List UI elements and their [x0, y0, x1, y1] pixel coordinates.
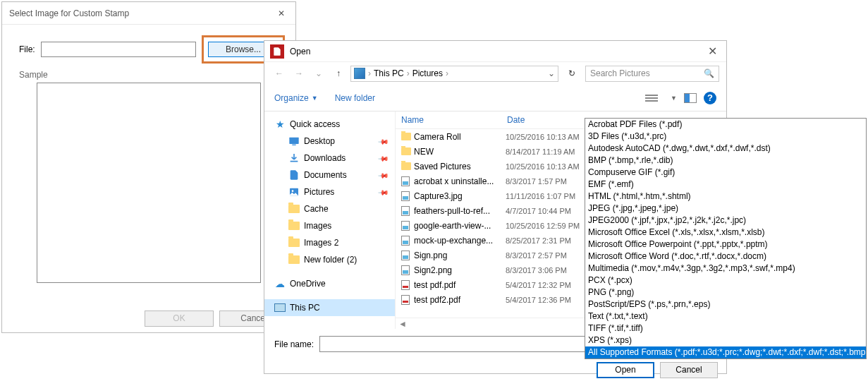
- filter-option[interactable]: PCX (*.pcx): [585, 275, 866, 287]
- sidebar-item[interactable]: Images: [264, 217, 395, 234]
- sidebar-label: This PC: [290, 303, 320, 313]
- cancel-button[interactable]: Cancel: [660, 362, 718, 378]
- sidebar-label: Images 2: [304, 238, 338, 248]
- sidebar-item[interactable]: Pictures📌: [264, 183, 395, 200]
- sidebar-item[interactable]: Documents📌: [264, 167, 395, 183]
- file-name: NEW: [414, 147, 506, 157]
- file-type-icon: [401, 280, 414, 290]
- sidebar-label: Cache: [304, 204, 329, 214]
- file-name: Camera Roll: [414, 132, 506, 142]
- file-name: Sign2.png: [414, 265, 506, 275]
- file-type-icon: [401, 191, 414, 201]
- sidebar-label: Images: [304, 221, 331, 231]
- chevron-right-icon: ›: [407, 68, 410, 78]
- file-date: 10/25/2016 12:59 PM: [506, 222, 580, 230]
- filter-option[interactable]: 3D Files (*.u3d,*.prc): [585, 131, 866, 143]
- chevron-down-icon[interactable]: ▼: [671, 95, 677, 102]
- file-name: Saved Pictures: [414, 162, 506, 171]
- sidebar-item[interactable]: This PC: [264, 299, 395, 316]
- filter-option[interactable]: HTML (*.html,*.htm,*.shtml): [585, 191, 866, 203]
- sidebar-item[interactable]: ★Quick access: [264, 116, 395, 133]
- chevron-right-icon: ›: [368, 68, 371, 78]
- recent-chevron-icon[interactable]: ⌄: [311, 66, 326, 81]
- file-date: 8/3/2017 2:57 PM: [506, 251, 567, 260]
- filter-option[interactable]: JPEG (*.jpg,*.jpeg,*.jpe): [585, 203, 866, 215]
- filter-option[interactable]: PNG (*.png): [585, 287, 866, 298]
- filter-option[interactable]: Microsoft Office Word (*.doc,*.rtf,*.doc…: [585, 251, 866, 263]
- dialog-title: Select Image for Custom Stamp: [9, 8, 274, 18]
- pin-icon: 📌: [378, 169, 389, 181]
- file-date: 8/3/2017 3:06 PM: [506, 266, 567, 275]
- preview-pane-icon[interactable]: [684, 93, 697, 103]
- filename-input[interactable]: [319, 336, 609, 352]
- new-folder-button[interactable]: New folder: [335, 93, 375, 103]
- sidebar-label: Documents: [304, 170, 347, 180]
- file-date: 10/25/2016 10:13 AM: [506, 162, 580, 171]
- sidebar-item[interactable]: Images 2: [264, 234, 395, 251]
- file-type-icon: [401, 265, 414, 275]
- ok-button[interactable]: OK: [145, 310, 214, 327]
- filter-option[interactable]: Multimedia (*.mov,*.m4v,*.3gp,*.3g2,*.mp…: [585, 263, 866, 275]
- open-titlebar: Open ✕: [264, 41, 726, 62]
- sidebar-label: Quick access: [290, 119, 340, 129]
- filter-option[interactable]: Microsoft Office Powerpoint (*.ppt,*.ppt…: [585, 239, 866, 251]
- view-mode-icon[interactable]: [645, 92, 664, 104]
- search-icon: 🔍: [704, 68, 714, 78]
- file-name: test pdf.pdf: [414, 280, 506, 290]
- breadcrumb-root[interactable]: This PC: [374, 68, 404, 78]
- toolbar: Organize ▼ New folder ▼ ?: [264, 85, 726, 111]
- filter-option[interactable]: TIFF (*.tif,*.tiff): [585, 322, 866, 334]
- close-icon[interactable]: ✕: [698, 44, 726, 58]
- filter-option[interactable]: All Supported Formats (*.pdf;*.u3d;*.prc…: [585, 346, 866, 358]
- filter-option[interactable]: JPEG2000 (*.jpf,*.jpx,*.jp2,*.j2k,*.j2c,…: [585, 215, 866, 227]
- sidebar-item[interactable]: Desktop📌: [264, 133, 395, 150]
- acrobat-icon: [270, 44, 284, 59]
- open-title: Open: [290, 47, 698, 56]
- filter-option[interactable]: Autodesk AutoCAD (*.dwg,*.dwt,*.dxf,*.dw…: [585, 143, 866, 155]
- open-button[interactable]: Open: [597, 362, 654, 378]
- file-name: google-earth-view-...: [414, 221, 506, 231]
- filter-option[interactable]: Text (*.txt,*.text): [585, 310, 866, 322]
- file-date: 5/4/2017 12:36 PM: [506, 296, 571, 304]
- help-icon[interactable]: ?: [704, 92, 716, 104]
- sidebar-item[interactable]: Downloads📌: [264, 150, 395, 167]
- col-date[interactable]: Date: [507, 115, 525, 125]
- file-path-input[interactable]: [41, 42, 196, 57]
- organize-menu[interactable]: Organize ▼: [274, 93, 318, 103]
- file-date: 5/4/2017 12:32 PM: [506, 281, 571, 289]
- filter-option[interactable]: XPS (*.xps): [585, 334, 866, 346]
- pin-icon: 📌: [378, 186, 389, 198]
- chevron-down-icon[interactable]: ⌄: [548, 68, 555, 78]
- back-icon[interactable]: ←: [271, 66, 287, 81]
- sidebar-item[interactable]: ☁OneDrive: [264, 275, 395, 292]
- file-name: Sign.png: [414, 251, 506, 260]
- file-type-icon: [401, 176, 414, 186]
- sample-preview: [37, 83, 261, 283]
- breadcrumb[interactable]: › This PC › Pictures › ⌄: [350, 66, 558, 82]
- filter-option[interactable]: EMF (*.emf): [585, 179, 866, 191]
- svg-point-3: [292, 190, 294, 192]
- breadcrumb-folder[interactable]: Pictures: [412, 68, 443, 78]
- file-date: 10/25/2016 10:13 AM: [506, 133, 580, 141]
- filter-option[interactable]: BMP (*.bmp,*.rle,*.dib): [585, 155, 866, 167]
- filter-option[interactable]: Microsoft Office Excel (*.xls,*.xlsx,*.x…: [585, 227, 866, 239]
- search-input[interactable]: Search Pictures 🔍: [585, 66, 719, 82]
- up-icon[interactable]: ↑: [331, 66, 346, 81]
- file-type-icon: [401, 147, 414, 155]
- file-date: 4/7/2017 10:44 PM: [506, 207, 571, 215]
- refresh-icon[interactable]: ↻: [563, 66, 581, 82]
- filetype-dropdown[interactable]: Acrobat PDF Files (*.pdf)3D Files (*.u3d…: [585, 118, 867, 359]
- sidebar-label: OneDrive: [290, 279, 326, 289]
- sidebar-item[interactable]: New folder (2): [264, 251, 395, 268]
- close-icon[interactable]: ✕: [274, 8, 288, 18]
- file-type-icon: [401, 251, 414, 260]
- scroll-left-icon[interactable]: ◄: [398, 319, 407, 329]
- col-name[interactable]: Name: [401, 115, 507, 125]
- filter-option[interactable]: PostScript/EPS (*.ps,*.prn,*.eps): [585, 298, 866, 310]
- filter-option[interactable]: Compuserve GIF (*.gif): [585, 167, 866, 179]
- file-type-icon: [401, 221, 414, 231]
- file-label: File:: [19, 44, 35, 54]
- sidebar-item[interactable]: Cache: [264, 200, 395, 217]
- filter-option[interactable]: Acrobat PDF Files (*.pdf): [585, 119, 866, 131]
- sidebar-label: Pictures: [304, 187, 334, 197]
